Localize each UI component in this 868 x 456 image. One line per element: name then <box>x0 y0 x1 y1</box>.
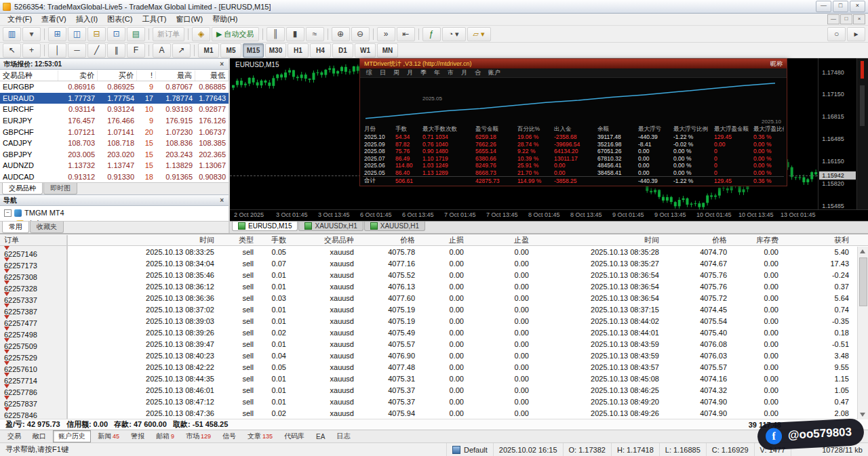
history-row-62257509[interactable]: 622575092025.10.13 08:39:47sell0.01xauus… <box>0 338 868 350</box>
history-row-62257173[interactable]: 622571732025.10.13 08:34:04sell0.07xauus… <box>0 257 868 269</box>
history-row-62257387[interactable]: 622573872025.10.13 08:37:02sell0.01xauus… <box>0 304 868 315</box>
mw-column-header-0[interactable]: 交易品种 <box>0 70 58 81</box>
history-row-62257837[interactable]: 622578372025.10.13 08:47:12sell0.01xauus… <box>0 396 868 407</box>
timeframe-h4-button[interactable]: H4 <box>310 43 331 58</box>
mdi-close-button[interactable]: × <box>853 14 865 24</box>
search-button[interactable]: ○ <box>827 27 846 41</box>
time-axis[interactable]: 2 Oct 20253 Oct 01:453 Oct 13:456 Oct 01… <box>230 209 868 221</box>
timeframe-m15-button[interactable]: M15 <box>243 43 264 58</box>
trendline-tool-button[interactable]: ╱ <box>87 43 106 58</box>
mtdriver-menu-item-1[interactable]: 日 <box>380 68 386 77</box>
chart-scrollbar[interactable] <box>856 58 868 209</box>
mtdriver-menu-item-3[interactable]: 月 <box>407 68 413 77</box>
history-row-62257610[interactable]: 622576102025.10.13 08:42:22sell0.05xauus… <box>0 361 868 373</box>
market-watch-row-audcad[interactable]: AUDCAD0.913120.91330180.913650.90830 <box>0 171 229 183</box>
mtdriver-menu-item-6[interactable]: 市 <box>448 68 454 77</box>
history-row-62257328[interactable]: 622573282025.10.13 08:36:12sell0.01xauus… <box>0 281 868 292</box>
menu-item-3[interactable]: 图表(C) <box>102 14 137 25</box>
data-window-toggle-button[interactable]: ◫ <box>68 27 86 41</box>
mdi-restore-button[interactable]: □ <box>840 14 852 24</box>
crosshair-tool-button[interactable]: + <box>22 43 41 58</box>
chart-tab-1[interactable]: XAUUSDx,H1 <box>298 222 363 231</box>
history-column-7[interactable]: 止盈 <box>468 235 533 245</box>
mw-column-header-4[interactable]: 最高 <box>156 70 195 81</box>
history-row-62257714[interactable]: 622577142025.10.13 08:44:35sell0.01xauus… <box>0 373 868 384</box>
mtdriver-stats-window[interactable]: MTDriver统计 ,V3.12 (http://mtdriver.cn) 昵… <box>359 58 787 186</box>
periods-button[interactable]: ◔ ▾ <box>442 27 466 41</box>
history-column-6[interactable]: 止损 <box>419 235 468 245</box>
menu-item-0[interactable]: 文件(F) <box>3 14 37 25</box>
navigator-tab-1[interactable]: 收藏夹 <box>30 222 64 233</box>
arrows-tool-button[interactable]: ↗ <box>172 43 191 58</box>
market-watch-row-eurchf[interactable]: EURCHF0.931140.93124100.931930.92877 <box>0 104 229 115</box>
history-column-11[interactable]: 获利 <box>783 235 868 245</box>
terminal-scrollbar[interactable] <box>857 247 868 419</box>
bar-chart-mode-button[interactable]: ║ <box>267 27 285 41</box>
close-icon[interactable]: × <box>218 197 225 204</box>
close-icon[interactable]: × <box>218 61 225 68</box>
history-column-3[interactable]: 手数 <box>258 235 290 245</box>
timeframe-m30-button[interactable]: M30 <box>265 43 286 58</box>
market-watch-row-gbpjpy[interactable]: GBPJPY203.005203.02015203.243202.365 <box>0 149 229 161</box>
scroll-down-icon[interactable] <box>860 413 865 417</box>
mtdriver-menu-item-5[interactable]: 年 <box>434 68 440 77</box>
mtdriver-nickname-label[interactable]: 昵称 <box>770 60 783 68</box>
indicators-button[interactable]: ƒ <box>422 27 441 41</box>
timeframe-w1-button[interactable]: W1 <box>355 43 376 58</box>
timeframe-h1-button[interactable]: H1 <box>288 43 309 58</box>
menu-item-6[interactable]: 帮助(H) <box>208 14 242 25</box>
chart-shift-button[interactable]: ⇤ <box>397 27 415 41</box>
menu-item-4[interactable]: 工具(T) <box>137 14 171 25</box>
history-row-62257786[interactable]: 622577862025.10.13 08:46:01sell0.01xauus… <box>0 384 868 396</box>
templates-button[interactable]: ▱ ▾ <box>467 27 491 41</box>
market-watch-row-audnzd[interactable]: AUDNZD1.137321.13747151.138291.13067 <box>0 160 229 171</box>
history-row-62257337[interactable]: 622573372025.10.13 08:36:36sell0.03xauus… <box>0 292 868 304</box>
navigator-toggle-button[interactable]: ⊟ <box>87 27 106 41</box>
history-column-10[interactable]: 库存费 <box>731 235 783 245</box>
candle-chart-mode-button[interactable]: ▮ <box>286 27 304 41</box>
minimize-button[interactable]: — <box>816 1 831 12</box>
navigator-tab-0[interactable]: 常用 <box>2 222 29 233</box>
toolbar-more-button[interactable]: ▸ <box>847 27 865 41</box>
horizontal-line-tool-button[interactable]: ─ <box>68 43 86 58</box>
mtdriver-menu-item-2[interactable]: 周 <box>393 68 399 77</box>
mdi-minimize-button[interactable]: — <box>827 14 840 24</box>
mtdriver-menu-item-9[interactable]: 账户 <box>488 68 500 77</box>
chart-tab-2[interactable]: XAUUSD,H1 <box>364 222 425 231</box>
mtdriver-menu-item-8[interactable]: 合 <box>475 68 481 77</box>
zoom-in-button[interactable]: ⊕ <box>332 27 350 41</box>
history-column-9[interactable]: 价格 <box>663 235 731 245</box>
chart-tab-0[interactable]: EURUSD,M15 <box>232 222 298 231</box>
timeframe-m1-button[interactable]: M1 <box>198 43 219 58</box>
timeframe-d1-button[interactable]: D1 <box>332 43 353 58</box>
line-chart-mode-button[interactable]: ≈ <box>306 27 324 41</box>
close-button[interactable]: × <box>850 1 865 12</box>
terminal-tab-1[interactable]: 敞口 <box>28 431 51 442</box>
terminal-tab-5[interactable]: 邮箱9 <box>151 431 179 442</box>
scrollbar-thumb[interactable] <box>860 85 865 126</box>
price-axis[interactable]: 1.174801.171501.168151.164851.161501.158… <box>818 58 856 209</box>
history-row-62257846[interactable]: 622578462025.10.13 08:47:36sell0.02xauus… <box>0 407 868 419</box>
history-row-62257477[interactable]: 622574772025.10.13 08:39:03sell0.01xauus… <box>0 315 868 327</box>
history-column-2[interactable]: 类型 <box>218 235 258 245</box>
mw-column-header-3[interactable]: ! <box>137 71 156 79</box>
market-watch-tab-0[interactable]: 交易品种 <box>2 183 43 194</box>
statusbar-profile[interactable]: Default <box>447 443 494 456</box>
new-chart-button[interactable]: ▥ <box>3 27 21 41</box>
maximize-button[interactable]: □ <box>833 1 848 12</box>
text-tool-button[interactable]: A <box>153 43 171 58</box>
new-order-button[interactable]: 新订单 <box>153 27 184 41</box>
market-watch-tab-1[interactable]: 即时图 <box>43 183 77 194</box>
profiles-button[interactable]: ▾ <box>22 27 41 41</box>
mtdriver-titlebar[interactable]: MTDriver统计 ,V3.12 (http://mtdriver.cn) 昵… <box>360 59 787 68</box>
channel-tool-button[interactable]: ∥ <box>107 43 125 58</box>
strategy-tester-button[interactable]: ▤ <box>127 27 145 41</box>
terminal-tab-2[interactable]: 账户历史 <box>53 430 91 442</box>
history-column-4[interactable]: 交易品种 <box>290 235 358 245</box>
market-watch-row-gbpchf[interactable]: GBPCHF1.071211.07141201.072301.06737 <box>0 126 229 138</box>
terminal-tab-3[interactable]: 新闻45 <box>93 431 124 442</box>
terminal-tab-10[interactable]: EA <box>311 432 330 441</box>
collapse-icon[interactable]: − <box>4 209 12 217</box>
mtdriver-menu-item-4[interactable]: 季 <box>420 68 427 77</box>
timeframe-m5-button[interactable]: M5 <box>220 43 241 58</box>
